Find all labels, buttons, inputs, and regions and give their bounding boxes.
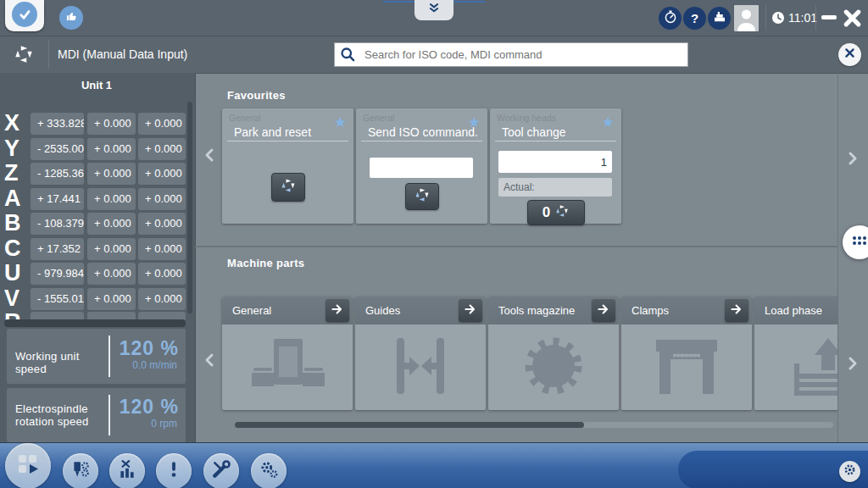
electrospindle-speed-panel[interactable]: Electrospindle rotation speed 120 % 0 rp… [7,388,186,442]
axis-goto-field[interactable]: + 0.000 [87,113,136,135]
axis-err-field[interactable]: + 0.000 [138,238,186,260]
favourites-next-icon[interactable] [846,151,860,169]
axis-row-c: C + 17.352 + 0.000 + 0.000 [0,238,195,260]
alarms-button[interactable] [156,453,192,488]
axis-err-field[interactable]: + 0.000 [138,213,186,235]
quick-menu-button[interactable] [843,225,868,259]
stopwatch-icon [663,9,678,28]
machine-part-card-general[interactable]: General [222,297,353,410]
open-general-button[interactable] [326,299,349,322]
axis-row-a: A + 17.441 + 0.000 + 0.000 [0,188,195,210]
help-button[interactable]: ? [683,7,706,30]
exclamation-icon [163,458,185,484]
axis-om-field[interactable]: - 2535.000 [31,138,84,160]
machine-parts-section-title: Machine parts [227,257,304,269]
card-body [355,324,486,410]
axis-err-field[interactable]: + 0.000 [138,263,186,285]
card-header: General [222,297,353,324]
favourite-card-tool-change[interactable]: Working heads Tool change ★ Actual: 0 [490,108,621,224]
axis-row-u: U - 979.984 + 0.000 + 0.000 [0,263,195,285]
sidebar-vertical-scrollbar[interactable] [187,102,192,313]
axis-om-field[interactable]: + 333.828 [31,113,84,135]
axis-om-field[interactable]: + 17.441 [31,188,84,210]
axis-row-z: Z - 1285.365 + 0.000 + 0.000 [0,163,195,185]
user-avatar[interactable] [734,5,759,31]
execute-park-and-reset-button[interactable] [271,173,305,202]
axis-om-field[interactable]: - 1285.365 [31,163,84,185]
machine-settings-button[interactable] [251,453,287,488]
statistics-button[interactable] [109,453,145,488]
axis-goto-field[interactable]: + 0.000 [87,238,136,260]
axis-goto-field[interactable]: + 0.000 [87,263,136,285]
card-title: Load phase [765,304,822,317]
minimize-button[interactable] [821,15,837,19]
favourite-star-icon[interactable]: ★ [334,115,347,130]
search-bar [334,42,688,67]
machine-parts-next-icon[interactable] [846,356,860,374]
axis-err-field[interactable]: + 0.000 [138,288,186,310]
close-icon [842,17,863,31]
search-input[interactable] [363,43,683,66]
axis-goto-field[interactable]: + 0.000 [87,138,136,160]
apps-play-icon [15,452,41,480]
favourites-section-title: Favourites [227,89,286,102]
machine-parts-scrollbar-track[interactable] [235,422,833,428]
close-page-button[interactable] [838,43,861,66]
speed-percent: 120 % [115,337,179,360]
open-clamps-button[interactable] [725,299,748,322]
favourite-card-park-and-reset[interactable]: General Park and reset ★ [222,108,353,224]
machine-status-button[interactable] [708,7,731,30]
close-window-button[interactable] [842,8,863,32]
send-iso-command-button[interactable] [405,183,439,210]
axis-goto-field[interactable]: + 0.000 [87,213,136,235]
top-bar: ? 11:01 [0,0,868,36]
working-unit-speed-panel[interactable]: Working unit speed 120 % 0.0 m/min [7,329,186,384]
favourite-star-icon[interactable]: ★ [468,115,481,130]
arrow-right-icon [331,302,344,319]
execute-tool-change-button[interactable]: 0 [527,200,585,225]
open-tools-magazine-button[interactable] [592,299,615,322]
axis-err-field[interactable]: + 0.000 [138,188,186,210]
machine-part-card-clamps[interactable]: Clamps [621,297,752,410]
machine-parts-prev-icon[interactable] [203,352,216,371]
machine-part-card-guides[interactable]: Guides [355,297,486,410]
sidebar-horizontal-scrollbar[interactable] [4,319,186,327]
axis-om-field[interactable]: + 17.352 [31,238,84,260]
axis-err-field[interactable]: + 0.000 [138,113,186,135]
active-app-tab[interactable] [5,0,44,31]
card-header: Load phase [754,297,837,324]
clock-icon [771,11,785,28]
bottombar-settings-button[interactable] [839,461,860,482]
machine-parts-scrollbar-thumb[interactable] [235,422,584,428]
open-guides-button[interactable] [459,299,482,322]
tooling-button[interactable] [63,453,98,488]
iso-command-input[interactable] [370,158,473,178]
card-title: Tools magazine [498,304,575,317]
axis-label: B [4,211,21,235]
favourite-card-send-iso-command[interactable]: General Send ISO command. ★ [356,108,487,224]
bottom-bar: MDI Manual [0,442,868,488]
axis-om-field[interactable]: - 979.984 [31,263,84,285]
maintenance-button[interactable] [203,453,239,488]
axis-row-b: B - 108.379 + 0.000 + 0.000 [0,213,195,235]
tool-number-input[interactable] [498,151,612,173]
axis-om-field[interactable]: - 108.379 [31,213,84,235]
card-divider [227,141,348,141]
card-category: Working heads [497,113,556,123]
thumbs-up-button[interactable] [59,6,83,30]
axis-goto-field[interactable]: + 0.000 [87,188,136,210]
machine-part-card-load-phase[interactable]: Load phase [754,297,837,410]
favourite-star-icon[interactable]: ★ [602,115,615,130]
expand-panel-tab[interactable] [415,0,453,20]
axis-err-field[interactable]: + 0.000 [138,163,186,185]
card-title: Park and reset [234,125,311,139]
home-apps-button[interactable] [5,443,51,488]
machine-part-card-tools-magazine[interactable]: Tools magazine [488,297,619,410]
timer-button[interactable] [659,7,682,30]
double-chevron-down-icon [426,2,442,19]
axis-goto-field[interactable]: + 0.000 [87,163,136,185]
axis-goto-field[interactable]: + 0.000 [87,288,136,310]
axis-om-field[interactable]: - 1555.016 [31,288,84,310]
axis-err-field[interactable]: + 0.000 [138,138,186,160]
favourites-prev-icon[interactable] [203,147,216,166]
